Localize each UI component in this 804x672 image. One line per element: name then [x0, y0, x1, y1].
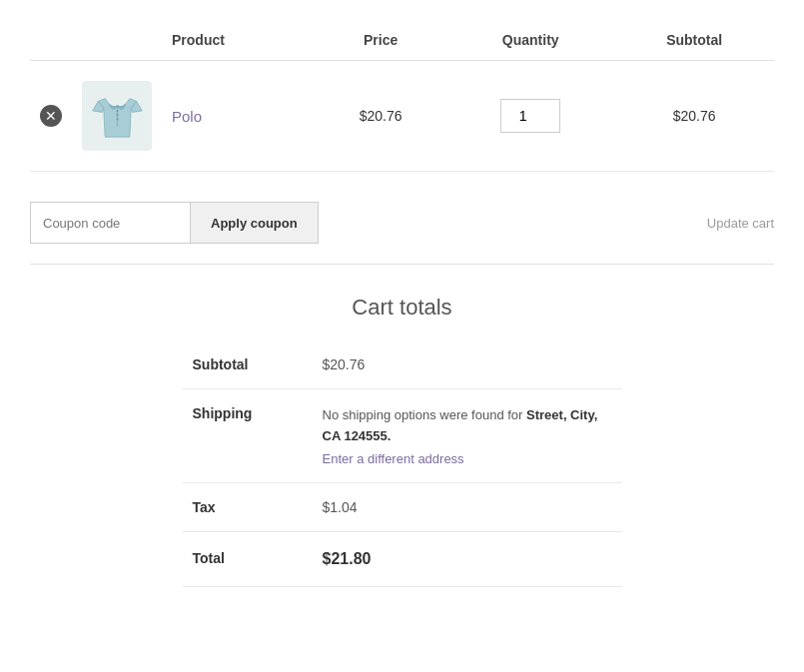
quantity-input[interactable] [500, 99, 560, 133]
svg-point-2 [116, 114, 118, 116]
shipping-message: No shipping options were found for Stree… [323, 405, 612, 447]
product-price-cell: $20.76 [315, 61, 446, 172]
svg-point-3 [116, 118, 118, 120]
shipping-info: No shipping options were found for Stree… [313, 389, 622, 483]
col-subtotal-header: Subtotal [614, 20, 774, 61]
tax-row: Tax $1.04 [183, 482, 622, 531]
col-price-header: Price [315, 20, 446, 61]
subtotal-row: Subtotal $20.76 [183, 340, 622, 389]
remove-cell: ✕ [30, 61, 72, 172]
svg-point-1 [116, 109, 118, 111]
subtotal-label: Subtotal [183, 340, 313, 389]
enter-address-link[interactable]: Enter a different address [323, 451, 464, 466]
total-row: Total $21.80 [183, 531, 622, 586]
col-thumb-header [72, 20, 162, 61]
table-row: ✕ [30, 61, 774, 172]
cart-totals-title: Cart totals [183, 295, 622, 321]
product-subtotal-cell: $20.76 [614, 61, 774, 172]
coupon-input[interactable] [30, 202, 190, 244]
col-quantity-header: Quantity [446, 20, 614, 61]
product-quantity-cell [446, 61, 614, 172]
cart-table: Product Price Quantity Subtotal ✕ [30, 20, 774, 172]
totals-table: Subtotal $20.76 Shipping No shipping opt… [183, 340, 622, 587]
total-label: Total [183, 531, 313, 586]
polo-shirt-icon [90, 89, 145, 144]
product-link[interactable]: Polo [172, 108, 202, 125]
subtotal-value: $20.76 [313, 340, 622, 389]
product-name-cell: Polo [162, 61, 315, 172]
remove-item-button[interactable]: ✕ [40, 105, 62, 127]
tax-value: $1.04 [313, 482, 622, 531]
coupon-section: Apply coupon [30, 202, 319, 244]
product-thumbnail-cell [72, 61, 162, 172]
col-remove-header [30, 20, 72, 61]
apply-coupon-button[interactable]: Apply coupon [190, 202, 319, 244]
col-product-header: Product [162, 20, 315, 61]
shipping-label: Shipping [183, 389, 313, 483]
total-value: $21.80 [313, 531, 622, 586]
tax-label: Tax [183, 482, 313, 531]
update-cart-button[interactable]: Update cart [707, 216, 774, 231]
cart-totals-section: Cart totals Subtotal $20.76 Shipping No … [183, 295, 622, 587]
product-price: $20.76 [360, 108, 402, 124]
page-wrapper: Product Price Quantity Subtotal ✕ [0, 0, 804, 672]
product-subtotal: $20.76 [673, 108, 716, 124]
product-thumbnail [82, 81, 152, 151]
shipping-row: Shipping No shipping options were found … [183, 389, 622, 483]
coupon-row: Apply coupon Update cart [30, 192, 774, 265]
